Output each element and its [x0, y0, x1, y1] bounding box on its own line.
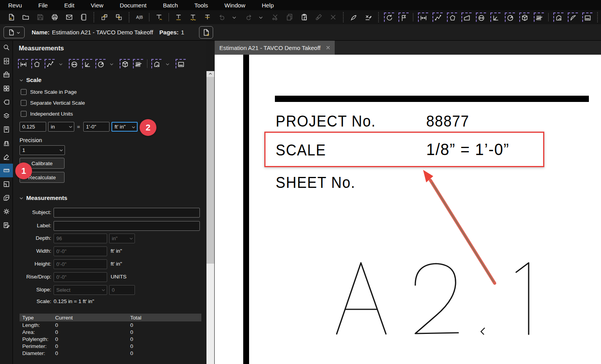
flag-icon[interactable]: [396, 11, 411, 23]
cut-icon: [268, 11, 282, 23]
radius-options-icon[interactable]: [105, 58, 118, 70]
sidebar-item-model[interactable]: [0, 191, 13, 205]
menu-revu[interactable]: Revu: [0, 2, 30, 9]
print-icon[interactable]: [47, 11, 62, 23]
document-icon: [8, 29, 15, 36]
email-icon[interactable]: [62, 11, 76, 23]
sidebar-item-bookmarks[interactable]: [0, 123, 13, 136]
count-tool-icon[interactable]: [131, 58, 145, 70]
document-menu-button[interactable]: [4, 27, 25, 38]
store-scale-checkbox[interactable]: [21, 89, 27, 95]
independent-units-label: Independent Units: [30, 111, 73, 117]
profiles-icon[interactable]: [76, 11, 91, 23]
scale-target-input[interactable]: [83, 122, 109, 132]
count-measure-icon[interactable]: [531, 11, 546, 23]
sidebar-item-markup-summary[interactable]: [0, 218, 13, 232]
sidebar-item-layers[interactable]: [0, 109, 13, 123]
measurement-tools-row: [16, 58, 187, 70]
erase-pen-icon[interactable]: [361, 11, 375, 23]
precision-dropdown[interactable]: 1: [20, 145, 65, 155]
compare-icon[interactable]: [132, 11, 147, 23]
strikethrough-text-icon[interactable]: [200, 11, 215, 23]
height-input: [54, 259, 107, 269]
label-input[interactable]: [54, 221, 200, 231]
wall-area-icon[interactable]: [580, 11, 594, 23]
angle-measure-icon[interactable]: [488, 11, 502, 23]
menu-batch[interactable]: Batch: [155, 2, 186, 9]
sidebar-item-file-access[interactable]: [0, 54, 13, 68]
scale-section-header[interactable]: Scale: [19, 77, 41, 83]
sidebar-item-sets[interactable]: [0, 136, 13, 150]
toolbar-divider: [413, 13, 413, 21]
close-icon[interactable]: [325, 45, 331, 50]
scrollbar-up-button[interactable]: [206, 71, 214, 77]
sidebar-item-settings[interactable]: [0, 205, 13, 218]
insert-page-button[interactable]: [199, 26, 213, 39]
sheet-number-glyphs: [337, 263, 529, 334]
open-icon[interactable]: [18, 11, 33, 23]
scale-target-unit-dropdown[interactable]: ft' in": [111, 122, 138, 132]
volume-measure-icon[interactable]: [517, 11, 531, 23]
sidebar-item-tool-chest[interactable]: [0, 68, 13, 82]
sidebar-item-tags[interactable]: [0, 95, 13, 109]
menu-view[interactable]: View: [83, 2, 111, 9]
depth-unit-dropdown: in": [109, 234, 135, 243]
polyline-options-icon[interactable]: [54, 58, 67, 70]
measurements-panel: Measurements Scale Store Scale in Page S…: [13, 41, 206, 364]
paste-icon[interactable]: [297, 11, 311, 23]
independent-units-checkbox[interactable]: [21, 111, 27, 117]
scale-unit-dropdown[interactable]: in: [48, 122, 74, 132]
underline-text-icon[interactable]: [171, 11, 186, 23]
document-page[interactable]: PROJECT No. 88877 SCALE 1/8” = 1’-0” SHE…: [215, 55, 601, 364]
independent-units-row[interactable]: Independent Units: [21, 111, 73, 117]
menu-tools[interactable]: Tools: [186, 2, 216, 9]
sidebar-item-spaces[interactable]: [0, 177, 13, 191]
length-measure-icon[interactable]: [416, 11, 430, 23]
sidebar-item-thumbnails[interactable]: [0, 82, 13, 95]
area-measure-icon[interactable]: [445, 11, 459, 23]
column-header-current: Current: [52, 314, 127, 321]
scale-value-input[interactable]: [20, 122, 46, 132]
store-scale-label: Store Scale in Page: [30, 89, 77, 95]
store-scale-row[interactable]: Store Scale in Page: [21, 89, 77, 95]
sloped-area-icon[interactable]: [459, 11, 474, 23]
calibrate-icon[interactable]: [382, 11, 396, 23]
menu-document[interactable]: Document: [111, 2, 154, 9]
volume-tool-icon[interactable]: [118, 58, 131, 70]
sidebar-item-measure[interactable]: [0, 164, 13, 177]
radius-measure-icon[interactable]: [502, 11, 517, 23]
scrollbar-thumb[interactable]: [206, 77, 214, 264]
document-info-bar: Name: Estimation A21 - TAVCO Demo Takeof…: [0, 24, 601, 41]
area-tool-icon[interactable]: [30, 58, 43, 70]
sidebar-item-search[interactable]: [0, 41, 13, 54]
diameter-tool-icon[interactable]: [67, 58, 81, 70]
squiggly-text-icon[interactable]: [186, 11, 200, 23]
curve-measure-icon[interactable]: [565, 11, 580, 23]
import-markups-icon[interactable]: [97, 11, 111, 23]
file-cabinet-icon: [3, 57, 10, 65]
cutout-options-icon[interactable]: [161, 58, 174, 70]
subject-input[interactable]: [54, 208, 200, 218]
wall-area-tool-icon[interactable]: [174, 58, 187, 70]
menu-file[interactable]: File: [30, 2, 56, 9]
insert-text-icon[interactable]: [152, 11, 166, 23]
polyline-measure-icon[interactable]: [430, 11, 445, 23]
name-value: Estimation A21 - TAVCO Demo Takeoff: [52, 29, 153, 36]
polylength-icon[interactable]: [551, 11, 565, 23]
new-document-icon[interactable]: [4, 11, 18, 23]
menu-help[interactable]: Help: [253, 2, 282, 9]
tool-chest-icon: [3, 71, 10, 79]
sidebar-item-signatures[interactable]: [0, 150, 13, 164]
measurements-section-header[interactable]: Measurements: [19, 194, 67, 201]
export-markups-icon[interactable]: [111, 11, 126, 23]
diameter-measure-icon[interactable]: [474, 11, 488, 23]
separate-vertical-row[interactable]: Separate Vertical Scale: [21, 100, 85, 106]
menu-edit[interactable]: Edit: [56, 2, 83, 9]
sketch-pen-icon[interactable]: [346, 11, 361, 23]
angle-tool-icon[interactable]: [81, 58, 94, 70]
document-tab[interactable]: Estimation A21 - TAVCO Demo Takeoff: [215, 41, 335, 55]
menu-window[interactable]: Window: [216, 2, 253, 9]
length-tool-icon[interactable]: [16, 58, 30, 70]
table-row: Diameter:00: [20, 350, 201, 357]
separate-vertical-checkbox[interactable]: [21, 100, 27, 106]
